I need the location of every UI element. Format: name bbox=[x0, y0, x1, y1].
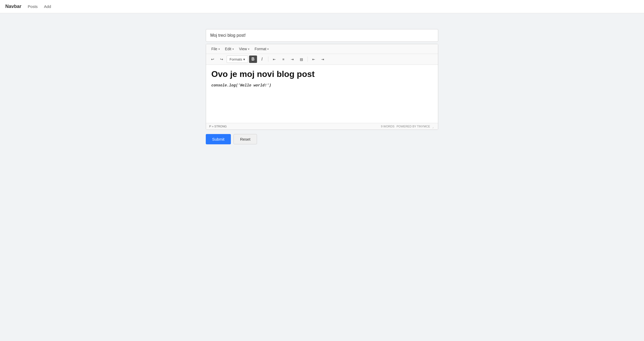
navbar: Navbar Posts Add bbox=[0, 0, 644, 13]
word-count: 9 WORDS bbox=[381, 125, 394, 128]
reset-button[interactable]: Reset bbox=[234, 134, 257, 144]
file-chevron-icon: ▾ bbox=[218, 48, 220, 50]
edit-menu[interactable]: Edit ▾ bbox=[223, 46, 236, 52]
toolbar-separator-2 bbox=[307, 57, 308, 62]
align-center-button[interactable]: ≡ bbox=[279, 56, 287, 63]
undo-icon: ↩ bbox=[211, 57, 214, 61]
align-center-icon: ≡ bbox=[282, 58, 284, 61]
bold-icon: B bbox=[251, 57, 255, 62]
format-menu-label: Format bbox=[255, 47, 266, 51]
format-menu[interactable]: Format ▾ bbox=[253, 46, 271, 52]
posts-link[interactable]: Posts bbox=[28, 4, 38, 9]
add-link[interactable]: Add bbox=[44, 4, 51, 9]
indent-increase-icon: ⇥ bbox=[321, 58, 324, 61]
format-chevron-icon: ▾ bbox=[267, 48, 269, 50]
buttons-row: Submit Reset bbox=[206, 134, 438, 144]
editor-heading: Ovo je moj novi blog post bbox=[211, 69, 433, 79]
formats-chevron-icon: ▾ bbox=[243, 57, 245, 61]
editor-body[interactable]: Ovo je moj novi blog post console.log('H… bbox=[206, 65, 438, 123]
submit-button[interactable]: Submit bbox=[206, 134, 231, 144]
formats-label: Formats bbox=[230, 57, 242, 61]
bold-button[interactable]: B bbox=[249, 56, 257, 63]
powered-by: POWERED BY TINYMCE bbox=[396, 125, 430, 128]
view-menu[interactable]: View ▾ bbox=[237, 46, 251, 52]
status-path: P » STRONG bbox=[209, 125, 227, 128]
editor-wrapper: File ▾ Edit ▾ View ▾ Format ▾ bbox=[206, 29, 438, 144]
edit-chevron-icon: ▾ bbox=[232, 48, 234, 50]
menu-bar: File ▾ Edit ▾ View ▾ Format ▾ bbox=[206, 44, 438, 54]
main-content: File ▾ Edit ▾ View ▾ Format ▾ bbox=[0, 13, 644, 160]
view-chevron-icon: ▾ bbox=[248, 48, 249, 50]
indent-increase-button[interactable]: ⇥ bbox=[319, 56, 327, 63]
align-left-icon: ⇤ bbox=[273, 58, 276, 61]
align-right-button[interactable]: ⇥ bbox=[288, 56, 296, 63]
italic-icon: I bbox=[261, 57, 262, 62]
toolbar: ↩ ↪ Formats ▾ B I bbox=[206, 54, 438, 65]
formats-dropdown[interactable]: Formats ▾ bbox=[227, 56, 248, 63]
resize-handle[interactable]: ⌟ bbox=[432, 125, 435, 128]
view-menu-label: View bbox=[239, 47, 247, 51]
toolbar-separator-1 bbox=[268, 57, 268, 62]
justify-icon: ▤ bbox=[300, 58, 303, 61]
editor-code: console.log('Hello world!') bbox=[211, 83, 433, 87]
redo-icon: ↪ bbox=[220, 57, 223, 61]
editor-container: File ▾ Edit ▾ View ▾ Format ▾ bbox=[206, 44, 438, 130]
undo-button[interactable]: ↩ bbox=[209, 56, 217, 63]
redo-button[interactable]: ↪ bbox=[218, 56, 226, 63]
align-left-button[interactable]: ⇤ bbox=[270, 56, 278, 63]
file-menu[interactable]: File ▾ bbox=[209, 46, 222, 52]
file-menu-label: File bbox=[211, 47, 217, 51]
status-right: 9 WORDS POWERED BY TINYMCE ⌟ bbox=[381, 125, 435, 128]
status-bar: P » STRONG 9 WORDS POWERED BY TINYMCE ⌟ bbox=[206, 123, 438, 130]
navbar-brand: Navbar bbox=[5, 4, 21, 9]
edit-menu-label: Edit bbox=[225, 47, 231, 51]
italic-button[interactable]: I bbox=[258, 56, 266, 63]
indent-decrease-button[interactable]: ⇤ bbox=[310, 56, 318, 63]
align-right-icon: ⇥ bbox=[291, 58, 294, 61]
title-input[interactable] bbox=[206, 29, 438, 42]
indent-decrease-icon: ⇤ bbox=[312, 58, 315, 61]
justify-button[interactable]: ▤ bbox=[297, 56, 305, 63]
